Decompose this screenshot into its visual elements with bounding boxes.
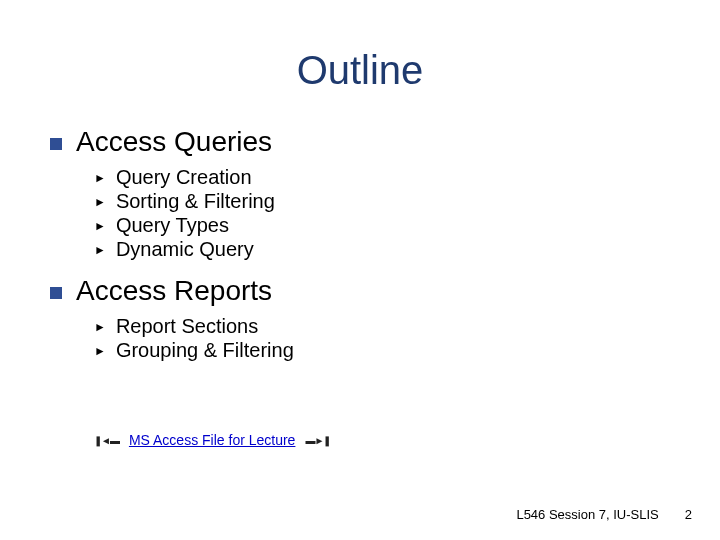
arrow-bullet-icon: ► (94, 220, 106, 232)
bullet-level2: ► Grouping & Filtering (94, 339, 670, 362)
lecture-file-link-row: ❚◄▬ MS Access File for Lecture ▬►❚ (94, 432, 670, 448)
slide-title: Outline (0, 48, 720, 93)
bullet-level2: ► Report Sections (94, 315, 670, 338)
link-right-deco-icon: ▬►❚ (305, 435, 330, 446)
arrow-bullet-icon: ► (94, 321, 106, 333)
arrow-bullet-icon: ► (94, 345, 106, 357)
slide-footer: L546 Session 7, IU-SLIS 2 (516, 507, 692, 522)
bullet-level2: ► Dynamic Query (94, 238, 670, 261)
section-heading: Access Reports (76, 275, 272, 307)
footer-session: L546 Session 7, IU-SLIS (516, 507, 658, 522)
link-left-deco-icon: ❚◄▬ (94, 435, 119, 446)
sub-item: Grouping & Filtering (116, 339, 294, 362)
square-bullet-icon (50, 287, 62, 299)
sub-item: Query Creation (116, 166, 252, 189)
arrow-bullet-icon: ► (94, 196, 106, 208)
arrow-bullet-icon: ► (94, 172, 106, 184)
bullet-level1: Access Reports (50, 275, 670, 307)
sub-item: Report Sections (116, 315, 258, 338)
bullet-level2: ► Query Types (94, 214, 670, 237)
sub-item: Dynamic Query (116, 238, 254, 261)
bullet-level2: ► Query Creation (94, 166, 670, 189)
bullet-level1: Access Queries (50, 126, 670, 158)
footer-page-number: 2 (685, 507, 692, 522)
slide: Outline Access Queries ► Query Creation … (0, 0, 720, 540)
sub-item: Sorting & Filtering (116, 190, 275, 213)
sub-item: Query Types (116, 214, 229, 237)
arrow-bullet-icon: ► (94, 244, 106, 256)
bullet-level2: ► Sorting & Filtering (94, 190, 670, 213)
section-heading: Access Queries (76, 126, 272, 158)
square-bullet-icon (50, 138, 62, 150)
slide-content: Access Queries ► Query Creation ► Sortin… (50, 120, 670, 448)
sub-list: ► Query Creation ► Sorting & Filtering ►… (94, 166, 670, 261)
lecture-file-link[interactable]: MS Access File for Lecture (129, 432, 296, 448)
sub-list: ► Report Sections ► Grouping & Filtering (94, 315, 670, 362)
